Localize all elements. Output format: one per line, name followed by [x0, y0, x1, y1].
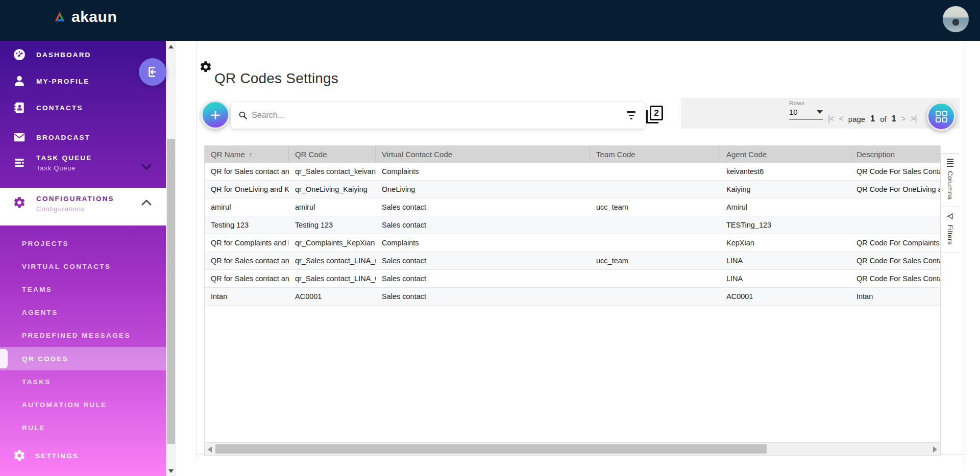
chevron-down-icon[interactable]: [141, 163, 152, 170]
table-header-row: QR Name↑QR CodeVirtual Contact CodeTeam …: [205, 146, 940, 163]
cell-description: QR Code For OneLiving and: [850, 185, 940, 193]
task-queue-icon: [13, 156, 26, 169]
search-input[interactable]: [252, 111, 621, 120]
cell-agent_code: KepXian: [720, 239, 850, 247]
dropdown-caret-icon: [817, 110, 823, 114]
column-header-label: QR Name: [211, 150, 245, 159]
grid-view-button[interactable]: [927, 102, 955, 131]
cell-qr_code: qr_Sales contact_LINA_ucc_team: [289, 257, 376, 265]
subitem-label: TEAMS: [22, 286, 52, 293]
sidebar-item-dashboard[interactable]: DASHBOARD: [0, 48, 166, 61]
last-page-button[interactable]: >|: [911, 114, 917, 123]
sort-ascending-icon[interactable]: ↑: [249, 151, 253, 159]
table-row[interactable]: Testing 123Testing 123Sales contactTESTi…: [205, 216, 940, 234]
column-header-label: Virtual Contact Code: [382, 150, 452, 159]
cell-virtual_contact_code: Sales contact: [376, 274, 590, 283]
sidebar-subitem-tasks[interactable]: TASKS: [0, 370, 166, 393]
page-gear-icon: [199, 60, 212, 73]
panel-left-border: [197, 42, 197, 459]
rows-per-page-select[interactable]: Rows 10: [789, 100, 823, 120]
cell-team_code: ucc_team: [590, 203, 720, 211]
scrollbar-thumb[interactable]: [167, 139, 175, 444]
panel-right-border: [964, 42, 964, 469]
table-row[interactable]: QR for Sales contact and keiva...qr_Sale…: [205, 163, 940, 181]
sidebar: DASHBOARD MY-PROFILE CONTACTS BROADC: [0, 41, 166, 476]
cell-qr_code: Testing 123: [289, 221, 376, 229]
table-body: QR for Sales contact and keiva...qr_Sale…: [205, 163, 940, 306]
scroll-up-icon[interactable]: [168, 45, 174, 48]
app-logo[interactable]: akaun: [53, 8, 117, 26]
sidebar-item-contacts[interactable]: CONTACTS: [0, 101, 166, 114]
scrollbar-thumb[interactable]: [215, 444, 767, 454]
sidebar-item-label: BROADCAST: [36, 134, 90, 141]
total-pages: 1: [892, 114, 896, 123]
logout-icon: [146, 65, 159, 79]
column-header-team_code[interactable]: Team Code: [590, 146, 720, 163]
sidebar-subitem-rule[interactable]: RULE: [0, 416, 166, 439]
chevron-up-icon[interactable]: [141, 199, 152, 206]
filter-funnel-icon: [946, 212, 954, 220]
sidebar-item-label: DASHBOARD: [36, 51, 91, 59]
column-header-label: Description: [856, 150, 895, 159]
cell-agent_code: Kaiying: [720, 185, 850, 193]
sidebar-subitem-virtual-contacts[interactable]: VIRTUAL CONTACTS: [0, 255, 166, 278]
sidebar-item-settings[interactable]: SETTINGS: [0, 449, 166, 462]
cell-qr_name: QR for Sales contact and LINA (...: [205, 257, 289, 265]
table-row[interactable]: amirulamirulSales contactucc_teamAmirul: [205, 198, 940, 216]
column-header-qr_code[interactable]: QR Code: [289, 146, 376, 163]
sidebar-scrollbar[interactable]: [166, 41, 176, 476]
scroll-left-icon[interactable]: [208, 446, 212, 453]
columns-icon: [947, 159, 953, 167]
rows-underline: [789, 119, 823, 120]
prev-page-button[interactable]: <: [839, 114, 843, 123]
horizontal-scrollbar[interactable]: [205, 442, 940, 455]
cell-agent_code: LINA: [720, 257, 850, 265]
page-word: page: [848, 115, 865, 123]
sidebar-subitem-predefined-messages[interactable]: PREDEFINED MESSAGES: [0, 324, 166, 347]
first-page-button[interactable]: |<: [828, 114, 834, 123]
sidebar-subitem-automation-rule[interactable]: AUTOMATION RULE: [0, 393, 166, 416]
subitem-label: AUTOMATION RULE: [22, 401, 107, 409]
filter-list-icon[interactable]: [625, 109, 638, 121]
configurations-submenu: PROJECTSVIRTUAL CONTACTSTEAMSAGENTSPREDE…: [0, 232, 166, 439]
sidebar-subitem-projects[interactable]: PROJECTS: [0, 232, 166, 255]
columns-tab[interactable]: Columns: [941, 154, 959, 207]
logout-button[interactable]: [139, 58, 166, 86]
cell-qr_code: qr_OneLiving_Kaiying: [289, 185, 376, 193]
sidebar-subitem-qr-codes[interactable]: QR CODES: [0, 347, 166, 370]
sidebar-subitem-agents[interactable]: AGENTS: [0, 301, 166, 324]
column-header-description[interactable]: Description: [850, 146, 940, 163]
contacts-icon: [13, 101, 26, 114]
sidebar-item-broadcast[interactable]: BROADCAST: [0, 131, 166, 144]
subitem-label: VIRTUAL CONTACTS: [22, 263, 111, 270]
scroll-right-icon[interactable]: [933, 446, 937, 453]
column-header-qr_name[interactable]: QR Name↑: [205, 146, 289, 163]
filters-tab[interactable]: Filters: [941, 207, 959, 252]
gear-icon: [13, 449, 26, 462]
sidebar-item-configurations[interactable]: CONFIGURATIONS Configurations: [0, 188, 166, 226]
cell-qr_name: QR for OneLiving and Kaiying: [205, 185, 289, 193]
scroll-down-icon[interactable]: [168, 469, 174, 473]
sidebar-subitem-teams[interactable]: TEAMS: [0, 278, 166, 301]
table-row[interactable]: QR for Sales contact and LINA (...qr_Sal…: [205, 252, 940, 270]
table-row[interactable]: QR for OneLiving and Kaiyingqr_OneLiving…: [205, 181, 940, 198]
sidebar-item-label: TASK QUEUE: [36, 154, 92, 162]
column-header-virtual_contact_code[interactable]: Virtual Contact Code: [376, 146, 590, 163]
cell-agent_code: AC0001: [720, 292, 850, 300]
add-qr-code-button[interactable]: +: [201, 101, 230, 129]
qr-batch-icon[interactable]: 2: [645, 105, 664, 124]
table-row[interactable]: QR for Complaints and KepXianqr_Complain…: [205, 234, 940, 252]
mail-icon: [13, 131, 26, 144]
cell-agent_code: LINA: [720, 274, 850, 283]
column-header-agent_code[interactable]: Agent Code: [720, 146, 850, 163]
cell-team_code: ucc_team: [590, 257, 720, 265]
next-page-button[interactable]: >: [901, 114, 905, 123]
table-row[interactable]: QR for Sales contact and LINA (...qr_Sal…: [205, 270, 940, 288]
of-word: of: [880, 115, 887, 123]
cell-qr_name: amirul: [205, 203, 289, 211]
subitem-label: AGENTS: [22, 309, 58, 316]
sidebar-item-label: MY-PROFILE: [36, 78, 90, 85]
user-avatar[interactable]: [942, 6, 969, 33]
table-row[interactable]: IntanAC0001Sales contactAC0001Intan: [205, 288, 940, 306]
grid-icon: [936, 111, 947, 122]
